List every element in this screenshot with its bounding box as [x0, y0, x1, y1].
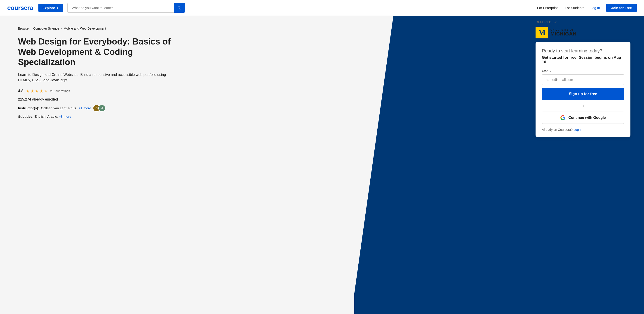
instructors-row: Instructor(s): Colleen van Lent, Ph.D. +… [18, 104, 184, 112]
subtitles-more-link[interactable]: +8 more [59, 114, 71, 118]
login-link-nav[interactable]: Log In [590, 6, 600, 10]
ready-text: Ready to start learning today? [542, 48, 624, 54]
search-container [67, 3, 185, 13]
instructor-name: Colleen van Lent, Ph.D. [41, 106, 76, 110]
instructor-avatars: C J [93, 104, 106, 112]
subtitles-label: Subtitles: [18, 114, 34, 118]
already-text: Already on Coursera? Log in [542, 128, 624, 132]
or-divider: or [542, 104, 624, 108]
or-text: or [582, 104, 584, 108]
for-students-link[interactable]: For Students [565, 6, 584, 10]
google-button[interactable]: Continue with Google [542, 112, 624, 124]
avatar-2: J [98, 104, 106, 112]
university-line2: Michigan [550, 31, 576, 36]
logo: coursera [7, 4, 33, 12]
search-button[interactable] [174, 3, 185, 13]
or-line-right [587, 106, 624, 106]
login-link[interactable]: Log in [574, 128, 582, 132]
chevron-down-icon: ▼ [56, 6, 59, 9]
already-label: Already on Coursera? [542, 128, 572, 132]
stars: ★ ★ ★ ★ ★ [26, 88, 48, 94]
course-title: Web Design for Everybody: Basics of Web … [18, 36, 176, 68]
m-logo: M [536, 27, 548, 38]
star-1: ★ [26, 88, 30, 94]
rating-row: 4.8 ★ ★ ★ ★ ★ 21,292 ratings [18, 88, 184, 94]
enrolled-count: 215,274 [18, 97, 31, 101]
enrolled-label: already enrolled [32, 97, 58, 101]
subtitles-row: Subtitles: English, Arabic, +8 more [18, 114, 184, 118]
navbar-right: For Enterprise For Students Log In Join … [537, 4, 637, 12]
signup-button[interactable]: Sign up for free [542, 88, 624, 100]
breadcrumb: Browse › Computer Science › Mobile and W… [18, 27, 184, 30]
google-icon [560, 115, 566, 120]
bg-curve [354, 16, 394, 314]
star-3: ★ [35, 88, 39, 94]
explore-button[interactable]: Explore ▼ [38, 4, 63, 12]
explore-label: Explore [42, 6, 55, 10]
university-logo: M University of Michigan [536, 27, 630, 38]
search-icon [178, 6, 182, 10]
or-line-left [542, 106, 579, 106]
signup-card: Ready to start learning today? Get start… [536, 42, 630, 137]
join-free-button[interactable]: Join for Free [606, 4, 637, 12]
rating-number: 4.8 [18, 89, 24, 93]
ratings-count: 21,292 ratings [50, 89, 70, 93]
instructor-more-link[interactable]: +1 more [79, 106, 91, 110]
subtitles-text: English, Arabic, [34, 114, 58, 118]
right-panel: Offered By M University of Michigan Read… [536, 16, 630, 137]
star-5: ★ [44, 88, 48, 94]
star-2: ★ [30, 88, 34, 94]
email-input[interactable] [542, 74, 624, 85]
enrolled-row: 215,274 already enrolled [18, 97, 184, 102]
breadcrumb-sep-1: › [30, 27, 32, 30]
for-enterprise-link[interactable]: For Enterprise [537, 6, 558, 10]
star-4: ★ [39, 88, 44, 94]
coursera-logo[interactable]: coursera [7, 4, 33, 11]
offered-by-label: Offered By [536, 16, 630, 27]
course-description: Learn to Design and Create Websites. Bui… [18, 72, 172, 83]
email-label: EMAIL [542, 69, 624, 72]
breadcrumb-sep-2: › [61, 27, 62, 30]
search-input[interactable] [67, 3, 185, 13]
google-btn-label: Continue with Google [568, 116, 606, 120]
breadcrumb-mobile-web[interactable]: Mobile and Web Development [64, 27, 106, 30]
session-text: Get started for free! Session begins on … [542, 55, 624, 64]
breadcrumb-browse[interactable]: Browse [18, 27, 29, 30]
main-content: Browse › Computer Science › Mobile and W… [0, 16, 644, 314]
instructors-label: Instructor(s): [18, 106, 39, 110]
navbar: coursera Explore ▼ For Enterprise For St… [0, 0, 644, 16]
left-panel: Browse › Computer Science › Mobile and W… [0, 16, 194, 314]
university-name: University of Michigan [550, 28, 576, 36]
breadcrumb-computer-science[interactable]: Computer Science [33, 27, 59, 30]
